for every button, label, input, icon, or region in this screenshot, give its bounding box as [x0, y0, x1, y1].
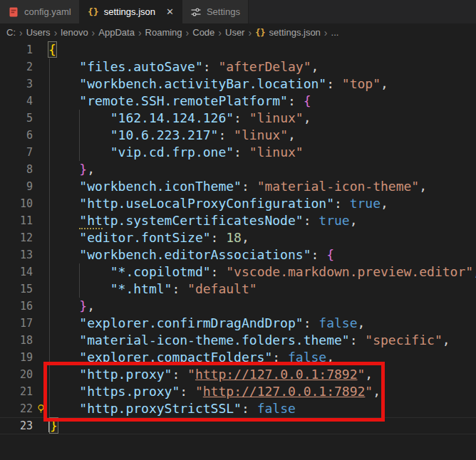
code-text: "*.html": "default": [48, 281, 257, 298]
chevron-right-icon: ›: [92, 27, 95, 38]
breadcrumb-item[interactable]: settings.json: [269, 27, 321, 38]
code-line[interactable]: 7 "vip.cd.frp.one": "linux": [0, 144, 476, 161]
gutter-space: [33, 332, 48, 349]
breadcrumb-item[interactable]: User: [225, 27, 244, 38]
gutter-space: [33, 75, 48, 93]
code-line[interactable]: 22 "http.proxyStrictSSL": false: [0, 400, 476, 417]
gutter-space: [33, 281, 48, 298]
line-number: 3: [0, 75, 33, 93]
chevron-right-icon: ›: [138, 27, 142, 38]
code-line[interactable]: 11 "http.systemCertificatesNode": true,: [0, 212, 476, 229]
code-line[interactable]: 12 "editor.fontSize": 18,: [0, 229, 476, 246]
line-number: 7: [0, 144, 33, 161]
editor[interactable]: 1{2 "files.autoSave": "afterDelay",3 "wo…: [0, 41, 476, 460]
code-text: "http.proxy": "http://127.0.0.1:7892",: [48, 366, 373, 383]
line-number: 10: [0, 195, 33, 212]
gutter-space: [33, 195, 48, 212]
code-text: "http.useLocalProxyConfiguration": true,: [48, 195, 388, 212]
close-icon[interactable]: ✕: [166, 7, 174, 16]
code-line[interactable]: 10 "http.useLocalProxyConfiguration": tr…: [0, 195, 476, 212]
breadcrumb-item[interactable]: Users: [26, 27, 51, 38]
breadcrumb-item[interactable]: Code: [192, 27, 214, 38]
code-text: "explorer.confirmDragAndDrop": false,: [48, 315, 365, 332]
code-text: "http.proxyStrictSSL": false: [48, 400, 296, 417]
tab-settings-json[interactable]: {} settings.json ✕: [80, 0, 182, 23]
line-number: 23: [0, 417, 33, 434]
line-number: 21: [0, 383, 33, 400]
gutter-space: [33, 161, 48, 178]
gutter-space: [33, 315, 48, 332]
code-text: "workbench.editorAssociations": {: [48, 246, 334, 263]
code-text: "https.proxy": "http://127.0.0.1:7892",: [48, 383, 381, 400]
code-line[interactable]: 18 "material-icon-theme.folders.theme": …: [0, 332, 476, 349]
code-line[interactable]: 2 "files.autoSave": "afterDelay",: [0, 58, 476, 75]
breadcrumb-item[interactable]: C:: [6, 27, 16, 38]
code-text: "material-icon-theme.folders.theme": "sp…: [48, 332, 450, 349]
gutter-space: [33, 229, 48, 246]
code-text: },: [48, 161, 95, 178]
code-line[interactable]: 4 "remote.SSH.remotePlatform": {: [0, 93, 476, 110]
code-line[interactable]: 17 "explorer.confirmDragAndDrop": false,: [0, 315, 476, 332]
code-line[interactable]: 21 "https.proxy": "http://127.0.0.1:7892…: [0, 383, 476, 400]
code-line[interactable]: 20 "http.proxy": "http://127.0.0.1:7892"…: [0, 366, 476, 383]
gutter-space: [33, 212, 48, 229]
line-number: 18: [0, 332, 33, 349]
gutter-space: [33, 93, 48, 110]
lightbulb-icon[interactable]: [33, 400, 48, 417]
code-text: "vip.cd.frp.one": "linux": [48, 144, 304, 161]
line-number: 5: [0, 110, 33, 127]
gutter-space: [33, 144, 48, 161]
code-text: }: [48, 417, 58, 434]
code-text: "editor.fontSize": 18,: [48, 229, 249, 246]
line-number: 9: [0, 178, 33, 195]
line-number: 19: [0, 349, 33, 366]
gutter-space: [33, 366, 48, 383]
breadcrumb-item[interactable]: lenovo: [61, 27, 88, 38]
code-line[interactable]: 8 },: [0, 161, 476, 178]
code-line[interactable]: 14 "*.copilotmd": "vscode.markdown.previ…: [0, 263, 476, 281]
gutter-space: [33, 41, 48, 58]
line-number: 16: [0, 298, 33, 315]
line-number: 15: [0, 281, 33, 298]
tab-label: Settings: [207, 6, 240, 17]
line-number: 20: [0, 366, 33, 383]
code-line[interactable]: 15 "*.html": "default": [0, 281, 476, 298]
code-text: },: [48, 298, 95, 315]
code-line[interactable]: 23}: [0, 417, 476, 434]
json-braces-icon: {}: [255, 28, 265, 38]
breadcrumb-item[interactable]: Roaming: [145, 27, 182, 38]
line-number: 2: [0, 58, 33, 75]
gutter-space: [33, 349, 48, 366]
code-line[interactable]: 6 "10.6.223.217": "linux",: [0, 127, 476, 144]
chevron-right-icon: ›: [19, 27, 23, 38]
line-number: 4: [0, 93, 33, 110]
json-braces-icon: {}: [88, 6, 99, 18]
gutter-space: [33, 58, 48, 75]
tab-settings[interactable]: Settings: [182, 0, 249, 23]
chevron-right-icon: ›: [54, 27, 58, 38]
code-text: {: [48, 41, 56, 58]
breadcrumb-item[interactable]: AppData: [98, 27, 135, 38]
code-line[interactable]: 1{: [0, 41, 476, 58]
code-text: "workbench.iconTheme": "material-icon-th…: [48, 178, 427, 195]
vscode-window: config.yaml {} settings.json ✕ Settings …: [0, 0, 476, 460]
code-line[interactable]: 16 },: [0, 298, 476, 315]
breadcrumb-item[interactable]: ...: [331, 27, 339, 38]
line-number: 8: [0, 161, 33, 178]
tab-config-yaml[interactable]: config.yaml: [0, 0, 80, 23]
code-line[interactable]: 9 "workbench.iconTheme": "material-icon-…: [0, 178, 476, 195]
tab-label: settings.json: [104, 6, 155, 17]
code-text: "10.6.223.217": "linux",: [48, 127, 296, 144]
code-line[interactable]: 19 "explorer.compactFolders": false,: [0, 349, 476, 366]
breadcrumb: C:›Users›lenovo›AppData›Roaming›Code›Use…: [0, 23, 476, 41]
line-number: 17: [0, 315, 33, 332]
sliders-icon: [190, 6, 202, 18]
gutter-space: [33, 127, 48, 144]
code-lines: 1{2 "files.autoSave": "afterDelay",3 "wo…: [0, 41, 476, 434]
code-text: "http.systemCertificatesNode": true,: [48, 212, 358, 229]
line-number: 13: [0, 246, 33, 263]
code-line[interactable]: 3 "workbench.activityBar.location": "top…: [0, 75, 476, 93]
code-line[interactable]: 13 "workbench.editorAssociations": {: [0, 246, 476, 263]
chevron-right-icon: ›: [186, 27, 190, 38]
code-line[interactable]: 5 "162.14.124.126": "linux",: [0, 110, 476, 127]
